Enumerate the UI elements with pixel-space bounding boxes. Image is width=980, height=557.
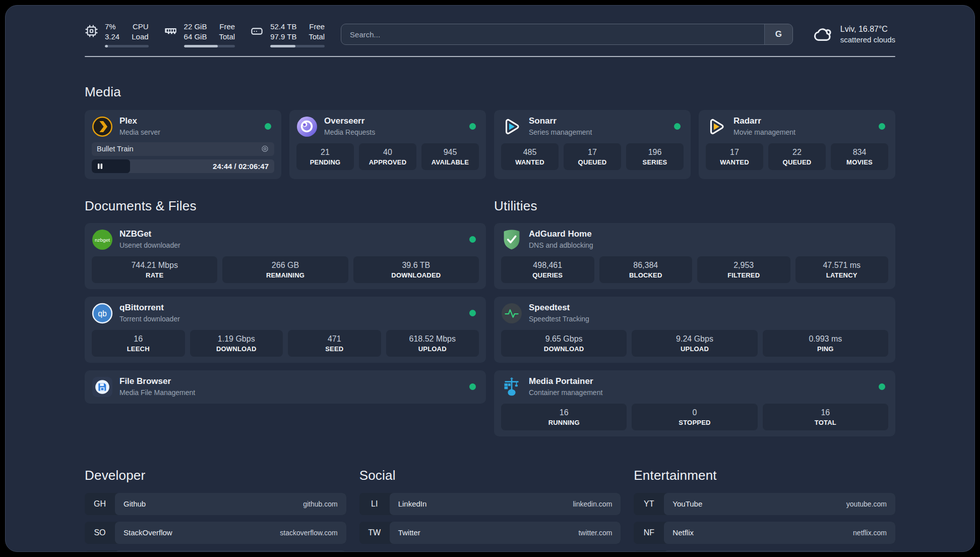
- section-title-media: Media: [85, 84, 895, 100]
- stat-label: AVAILABLE: [423, 158, 477, 166]
- stat-running: 16 RUNNING: [501, 404, 627, 430]
- service-description: Media server: [119, 128, 160, 137]
- overseerr-icon: [296, 116, 318, 137]
- stat-queued: 22 QUEUED: [768, 143, 826, 170]
- stat-value: 16: [765, 408, 886, 417]
- stat-label: WANTED: [708, 158, 761, 166]
- stat-label: WANTED: [503, 158, 557, 166]
- stat-label: TOTAL: [765, 419, 886, 426]
- stat-label: LEECH: [94, 345, 183, 353]
- stat-label: REMAINING: [224, 271, 346, 279]
- stat-label: PENDING: [298, 158, 352, 166]
- status-dot: [469, 310, 476, 316]
- stat-value: 0.993 ms: [765, 335, 886, 344]
- bookmark-dev[interactable]: DT DEV dev.to: [85, 550, 346, 552]
- system-stat-cpu: 7%CPU 3.24Load: [85, 22, 149, 47]
- bookmark-group-title: Social: [359, 468, 621, 483]
- header-divider: [85, 56, 895, 57]
- bookmark-name: Netflix: [672, 528, 694, 537]
- filebrowser-icon: [92, 376, 113, 398]
- stat-label: SERIES: [628, 158, 682, 166]
- service-description: Usenet downloader: [119, 241, 180, 250]
- stat-value: 834: [833, 148, 886, 157]
- system-stat-disk: 52.4 TBFree 97.9 TBTotal: [250, 22, 325, 47]
- bookmark-netflix[interactable]: NF Netflix netflix.com: [634, 522, 895, 544]
- stat-rate: 744.21 Mbps RATE: [92, 256, 217, 283]
- service-name: Radarr: [733, 116, 795, 126]
- status-dot: [469, 236, 476, 243]
- bookmark-twitter[interactable]: TW Twitter twitter.com: [359, 522, 621, 544]
- stat-value: 945: [423, 148, 477, 157]
- search-provider-button[interactable]: G: [764, 24, 792, 44]
- stat-value: 64 GiB: [184, 32, 207, 42]
- service-card-media-portainer[interactable]: Media Portainer Container management 16 …: [494, 370, 895, 436]
- service-card-file-browser[interactable]: File Browser Media File Management: [85, 370, 486, 404]
- bookmark-abbr: NF: [634, 522, 664, 544]
- stat-value: 471: [290, 335, 379, 344]
- status-dot: [879, 383, 885, 390]
- bookmark-reddit[interactable]: RE Reddit reddit.com: [634, 550, 895, 552]
- bookmark-github[interactable]: GH Github github.com: [85, 493, 346, 515]
- portainer-icon: [501, 376, 522, 398]
- stat-label: BLOCKED: [601, 271, 691, 279]
- plex-icon: [92, 116, 113, 137]
- now-playing-title: Bullet Train: [97, 145, 134, 153]
- service-card-nzbget[interactable]: nzbget NZBGet Usenet downloader 744.21 M…: [85, 223, 486, 289]
- stat-value: 7%: [105, 22, 116, 32]
- service-stats: 16 RUNNING 0 STOPPED 16 TOTAL: [501, 404, 888, 430]
- stat-value: 498,461: [503, 261, 592, 270]
- stat-label: UPLOAD: [388, 345, 477, 353]
- service-card-sonarr[interactable]: Sonarr Series management 485 WANTED 17 Q…: [494, 110, 691, 179]
- stat-value: 17: [708, 148, 761, 157]
- speedtest-icon: [501, 303, 522, 324]
- stat-blocked: 86,384 BLOCKED: [599, 256, 693, 283]
- service-card-adguard-home[interactable]: AdGuard Home DNS and adblocking 498,461 …: [494, 223, 895, 289]
- service-card-plex[interactable]: Plex Media server Bullet Train 24:44 / 0…: [85, 110, 281, 179]
- stat-value: 16: [503, 408, 625, 417]
- stat-label: Total: [219, 32, 235, 42]
- stat-value: 618.52 Mbps: [388, 335, 477, 344]
- svg-text:qb: qb: [98, 309, 107, 317]
- usage-bar: [184, 45, 235, 47]
- service-card-qbittorrent[interactable]: qb qBittorrent Torrent downloader 16 LEE…: [85, 297, 486, 363]
- service-card-overseerr[interactable]: Overseerr Media Requests 21 PENDING 40 A…: [289, 110, 486, 179]
- bookmark-name: LinkedIn: [398, 499, 427, 508]
- stat-label: FILTERED: [699, 271, 788, 279]
- stat-label: APPROVED: [361, 158, 414, 166]
- stat-wanted: 485 WANTED: [501, 143, 559, 170]
- system-stats: 7%CPU 3.24Load 22 GiBFree 64 GiBTotal 52…: [85, 22, 325, 47]
- bookmark-abbr: YT: [634, 493, 664, 515]
- service-stats: 17 WANTED 22 QUEUED 834 MOVIES: [706, 143, 888, 170]
- stat-label: RUNNING: [503, 419, 625, 426]
- stat-value: 744.21 Mbps: [94, 261, 215, 270]
- bookmark-abbr: GH: [85, 493, 115, 515]
- usage-bar: [105, 45, 149, 47]
- pause-icon: [97, 163, 103, 170]
- bookmark-linkedin[interactable]: LI LinkedIn linkedin.com: [359, 493, 621, 515]
- service-card-speedtest[interactable]: Speedtest Speedtest Tracking 9.65 Gbps D…: [494, 297, 895, 363]
- stat-label: Load: [132, 32, 148, 42]
- plex-now-playing: Bullet Train 24:44 / 02:06:47: [92, 142, 274, 173]
- bookmark-url: stackoverflow.com: [280, 529, 337, 537]
- section-utilities: Utilities AdGuard Home DNS and adblockin…: [494, 198, 895, 436]
- cloud-icon: [812, 24, 833, 45]
- svg-text:nzbget: nzbget: [95, 237, 110, 242]
- stat-approved: 40 APPROVED: [359, 143, 416, 170]
- playback-progress-fill: [92, 159, 130, 173]
- stat-value: 3.24: [105, 32, 119, 42]
- stat-value: 21: [298, 148, 352, 157]
- stat-series: 196 SERIES: [626, 143, 684, 170]
- bookmark-stackoverflow[interactable]: SO StackOverflow stackoverflow.com: [85, 522, 346, 544]
- section-media: Media Plex Media server Bullet Train 2: [85, 84, 895, 179]
- usage-bar: [270, 45, 325, 47]
- bookmark-url: netflix.com: [853, 529, 887, 537]
- stat-label: RATE: [94, 271, 215, 279]
- stat-label: Free: [309, 22, 325, 32]
- search-input[interactable]: [341, 24, 764, 44]
- bookmark-name: StackOverflow: [124, 528, 172, 537]
- stat-label: UPLOAD: [634, 345, 755, 353]
- bookmark-youtube[interactable]: YT YouTube youtube.com: [634, 493, 895, 515]
- service-card-radarr[interactable]: Radarr Movie management 17 WANTED 22 QUE…: [699, 110, 895, 179]
- service-description: Torrent downloader: [119, 315, 180, 323]
- weather-widget[interactable]: Lviv, 16.87°C scattered clouds: [812, 24, 895, 45]
